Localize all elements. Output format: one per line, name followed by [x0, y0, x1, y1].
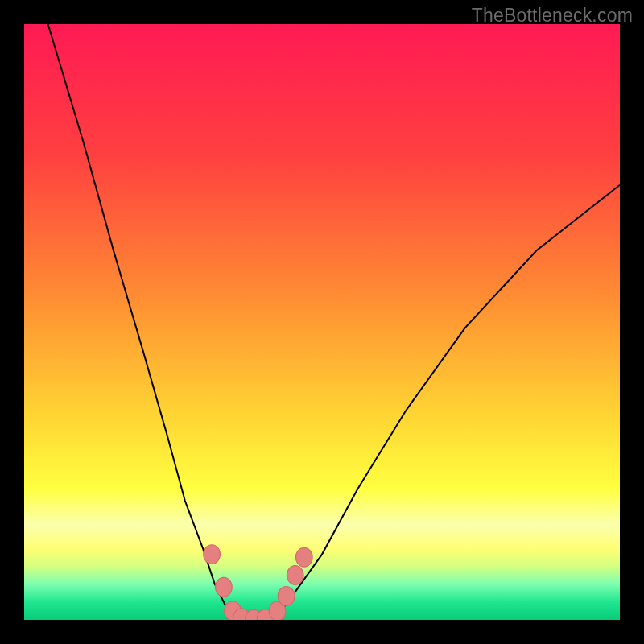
series-marker: [295, 547, 312, 567]
series-marker: [204, 545, 221, 564]
plot-area: [24, 24, 620, 620]
watermark-text: TheBottleneck.com: [472, 5, 633, 27]
series-marker: [287, 566, 303, 585]
curves-layer: [24, 24, 620, 620]
series-marker: [216, 577, 233, 597]
frame: TheBottleneck.com: [0, 0, 644, 644]
bottleneck-curve: [48, 24, 620, 620]
series-marker: [278, 586, 295, 605]
